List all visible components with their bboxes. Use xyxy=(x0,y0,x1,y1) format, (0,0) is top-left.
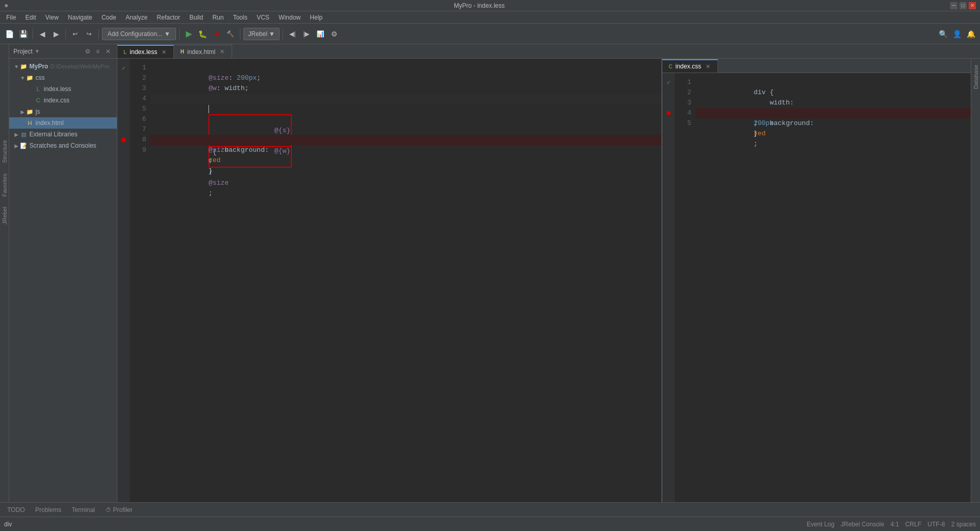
project-dropdown-icon[interactable]: ▼ xyxy=(34,48,40,54)
panel-close-button[interactable]: ✕ xyxy=(103,47,113,56)
notifications-button[interactable]: 🔔 xyxy=(965,28,977,40)
tree-item-css[interactable]: ▼ 📁 css xyxy=(9,72,117,83)
title-bar-left: ● xyxy=(4,2,8,10)
terminal-tab[interactable]: Terminal xyxy=(66,504,100,516)
tab-less-close[interactable]: ✕ xyxy=(160,48,167,56)
expand-scratches-icon: ▶ xyxy=(13,143,20,149)
gutter-8 xyxy=(121,135,126,145)
tree-item-js[interactable]: ▶ 📁 js xyxy=(9,106,117,117)
forward-button[interactable]: ▶ xyxy=(50,28,62,40)
tree-item-index-less[interactable]: ▶ L index.less xyxy=(9,83,117,95)
redo-button[interactable]: ↪ xyxy=(83,28,95,40)
tree-item-index-html[interactable]: ▶ H index.html xyxy=(9,117,117,129)
panel-sort-button[interactable]: ≡ xyxy=(93,47,102,56)
css-gutter-4 xyxy=(667,108,671,118)
tab-css-label: index.css xyxy=(675,63,701,70)
menu-refactor[interactable]: Refactor xyxy=(153,13,184,22)
menu-view[interactable]: View xyxy=(41,13,63,22)
menu-window[interactable]: Window xyxy=(274,13,305,22)
jrebel-button[interactable]: JRebel ▼ xyxy=(243,28,279,40)
project-panel-title: Project ▼ xyxy=(13,48,40,55)
panel-settings-button[interactable]: ⚙ xyxy=(83,47,92,56)
menu-vcs[interactable]: VCS xyxy=(253,13,274,22)
close-button[interactable]: ✕ xyxy=(969,2,976,9)
css-gutter-1: ✓ xyxy=(667,77,670,87)
css-code-area: ✓ 1 2 3 4 5 xyxy=(662,73,971,502)
menu-analyze[interactable]: Analyze xyxy=(121,13,152,22)
check-mark-css-1: ✓ xyxy=(667,79,670,86)
expand-css-icon: ▼ xyxy=(20,75,26,81)
menu-help[interactable]: Help xyxy=(306,13,327,22)
event-log-link[interactable]: Event Log xyxy=(807,521,834,528)
code-line-1: @size: 200px; xyxy=(150,63,661,73)
new-file-button[interactable]: 📄 xyxy=(3,28,15,40)
status-position: div xyxy=(4,521,12,528)
tab-css[interactable]: C index.css ✕ xyxy=(662,59,718,73)
menu-tools[interactable]: Tools xyxy=(229,13,252,22)
code-lines-css[interactable]: div { width: 200px ; height: 200px ; xyxy=(695,73,971,502)
build-button[interactable]: 🔨 xyxy=(224,28,237,40)
tree-item-scratches[interactable]: ▶ 📝 Scratches and Consoles xyxy=(9,140,117,151)
toolbar-separator-4 xyxy=(179,29,180,39)
css-line-5: } xyxy=(695,118,971,129)
coverage-button[interactable]: 📊 xyxy=(314,28,326,40)
panel-actions: ⚙ ≡ ✕ xyxy=(83,47,113,56)
less-gutter: ✓ xyxy=(117,59,130,502)
stop-button[interactable]: ■ xyxy=(211,28,223,40)
problems-label: Problems xyxy=(35,506,61,514)
tree-item-root[interactable]: ▼ 📁 MyPro D:\Develop\Web\MyPro xyxy=(9,61,117,72)
run-button[interactable]: ▶ xyxy=(183,28,195,40)
tab-css-close[interactable]: ✕ xyxy=(704,63,711,70)
prev-bookmark-button[interactable]: ◀| xyxy=(286,28,299,40)
menu-edit[interactable]: Edit xyxy=(21,13,40,22)
menu-bar: File Edit View Navigate Code Analyze Ref… xyxy=(0,11,980,24)
editor-tabs-bar: L index.less ✕ H index.html ✕ xyxy=(117,44,980,59)
tab-index-html[interactable]: H index.html ✕ xyxy=(174,45,232,58)
tree-item-ext-libs[interactable]: ▶ ▤ External Libraries xyxy=(9,129,117,140)
favorites-tab[interactable]: Favorites xyxy=(1,170,9,200)
js-folder-icon: 📁 xyxy=(26,108,34,116)
menu-code[interactable]: Code xyxy=(97,13,120,22)
minimize-button[interactable]: ─ xyxy=(950,2,957,9)
profiler-tab[interactable]: ⏱ Profiler xyxy=(100,504,138,516)
debug-button[interactable]: 🐛 xyxy=(197,28,209,40)
css-line-4: background: red ; xyxy=(695,108,971,118)
user-button[interactable]: 👤 xyxy=(951,28,963,40)
tab-less-label: index.less xyxy=(130,48,157,56)
code-lines-less[interactable]: @size: 200px; @w: width; @s: div; xyxy=(150,59,661,502)
status-right: Event Log JRebel Console 4:1 CRLF UTF-8 … xyxy=(807,521,976,528)
app-icon: ● xyxy=(4,2,8,10)
menu-file[interactable]: File xyxy=(2,13,20,22)
tree-label-js: js xyxy=(36,108,40,115)
structure-tab[interactable]: Structure xyxy=(1,137,9,166)
maximize-button[interactable]: □ xyxy=(959,2,967,9)
code-line-5: @{s} { xyxy=(150,104,661,114)
menu-build[interactable]: Build xyxy=(185,13,207,22)
undo-button[interactable]: ↩ xyxy=(69,28,81,40)
menu-run[interactable]: Run xyxy=(208,13,228,22)
tab-html-close[interactable]: ✕ xyxy=(218,48,225,56)
window-controls[interactable]: ─ □ ✕ xyxy=(950,2,976,9)
bottom-panel: TODO Problems Terminal ⏱ Profiler xyxy=(0,502,980,517)
menu-navigate[interactable]: Navigate xyxy=(64,13,96,22)
tab-index-less[interactable]: L index.less ✕ xyxy=(117,45,174,58)
database-tab[interactable]: Database xyxy=(972,61,980,93)
problems-tab[interactable]: Problems xyxy=(30,504,66,516)
tab-css-icon: C xyxy=(669,64,672,69)
settings-button[interactable]: ⚙ xyxy=(328,28,340,40)
save-button[interactable]: 💾 xyxy=(17,28,29,40)
jrebel-sidebar-tab[interactable]: JRebel xyxy=(1,204,9,227)
back-button[interactable]: ◀ xyxy=(36,28,48,40)
tree-label-scratches: Scratches and Consoles xyxy=(29,142,96,149)
tree-item-index-css[interactable]: ▶ C index.css xyxy=(9,95,117,106)
css-semi-4: ; xyxy=(754,140,758,148)
next-bookmark-button[interactable]: |▶ xyxy=(300,28,312,40)
fold-icon: ⊟ xyxy=(208,158,212,164)
expand-root-icon: ▼ xyxy=(13,64,20,69)
css-line-numbers: 1 2 3 4 5 xyxy=(675,73,695,502)
jrebel-console-link[interactable]: JRebel Console xyxy=(841,521,884,528)
tab-html-icon: H xyxy=(180,49,184,55)
add-configuration-button[interactable]: Add Configuration... ▼ xyxy=(102,28,176,40)
search-everywhere-button[interactable]: 🔍 xyxy=(937,28,949,40)
todo-tab[interactable]: TODO xyxy=(2,504,30,516)
